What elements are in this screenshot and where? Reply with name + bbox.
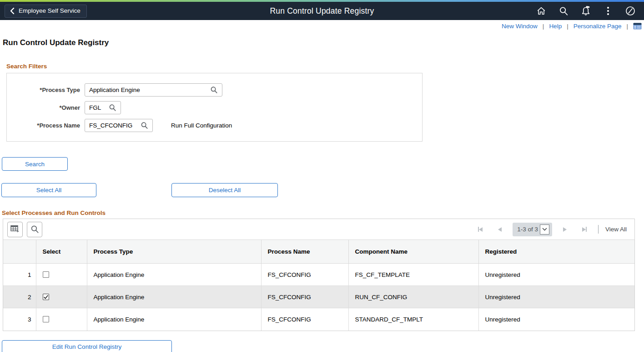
row-number: 2 <box>3 286 36 308</box>
col-header-rownum <box>3 240 36 264</box>
grid-pagination: 1-3 of 3 View All <box>475 223 630 236</box>
row-select-checkbox[interactable] <box>43 271 49 278</box>
link-separator: | <box>567 23 569 30</box>
process-name-input[interactable]: FS_CFCONFIG <box>85 119 153 132</box>
layout-grid-icon[interactable] <box>633 23 642 30</box>
page-range-label: 1-3 of 3 <box>517 226 538 233</box>
search-filters-section: Search Filters *Process Type Application… <box>6 63 644 142</box>
process-description: Run Full Configuration <box>171 122 232 129</box>
deselect-all-button[interactable]: Deselect All <box>171 183 278 197</box>
navbar-icon[interactable] <box>619 2 641 20</box>
process-table-body: 1Application EngineFS_CFCONFIGFS_CF_TEMP… <box>3 264 634 331</box>
cell-process-name: FS_CFCONFIG <box>261 308 348 331</box>
search-filters-heading: Search Filters <box>6 63 644 70</box>
col-header-component-name: Component Name <box>348 240 478 264</box>
personalize-grid-icon[interactable] <box>7 222 23 237</box>
row-select-cell <box>36 286 87 308</box>
owner-value: FGL <box>89 104 101 111</box>
processes-grid-section: Select Processes and Run Controls <box>2 209 644 331</box>
col-header-select: Select <box>36 240 87 264</box>
page-title: Run Control Update Registry <box>3 38 644 47</box>
filter-row-process-name: *Process Name FS_CFCONFIG Run Full Confi… <box>7 119 422 132</box>
last-page-icon[interactable] <box>579 227 589 232</box>
link-separator: | <box>543 23 544 30</box>
processes-grid-heading: Select Processes and Run Controls <box>2 209 644 216</box>
cell-component-name: FS_CF_TEMPLATE <box>348 264 478 286</box>
cell-component-name: STANDARD_CF_TMPLT <box>348 308 478 331</box>
search-icon[interactable] <box>552 2 574 20</box>
col-header-process-name: Process Name <box>261 240 348 264</box>
link-separator: | <box>626 23 628 30</box>
search-button[interactable]: Search <box>2 157 68 171</box>
filter-row-process-type: *Process Type Application Engine <box>7 83 422 97</box>
grid-search-icon[interactable] <box>27 222 42 237</box>
personalize-page-link[interactable]: Personalize Page <box>574 23 622 30</box>
owner-lookup-icon[interactable] <box>105 104 116 112</box>
page-range-dropdown[interactable] <box>540 224 549 235</box>
utility-links-row: New Window | Help | Personalize Page | <box>0 20 644 32</box>
process-type-label: *Process Type <box>7 87 80 93</box>
edit-run-control-registry-button[interactable]: Edit Run Control Registry <box>2 340 172 352</box>
filter-row-owner: *Owner FGL <box>7 101 422 114</box>
cell-registered: Unregistered <box>478 308 634 331</box>
actions-menu-icon[interactable] <box>597 2 619 20</box>
process-name-lookup-icon[interactable] <box>137 122 148 129</box>
cell-process-type: Application Engine <box>87 308 261 331</box>
cell-registered: Unregistered <box>478 264 634 286</box>
process-table: Select Process Type Process Name Compone… <box>3 240 634 331</box>
notifications-icon[interactable] <box>574 2 597 20</box>
row-select-cell <box>36 308 87 331</box>
back-button[interactable]: Employee Self Service <box>5 5 87 18</box>
select-all-button[interactable]: Select All <box>1 183 96 197</box>
table-row: 1Application EngineFS_CFCONFIGFS_CF_TEMP… <box>3 264 634 286</box>
cell-component-name: RUN_CF_CONFIG <box>348 286 478 308</box>
process-name-value: FS_CFCONFIG <box>89 122 132 129</box>
cell-registered: Unregistered <box>478 286 634 308</box>
row-select-cell <box>36 264 87 286</box>
table-row: 2Application EngineFS_CFCONFIGRUN_CF_CON… <box>3 286 634 308</box>
view-all-link[interactable]: View All <box>605 226 627 233</box>
new-window-link[interactable]: New Window <box>502 23 538 30</box>
pagination-divider <box>598 225 599 234</box>
process-name-label: *Process Name <box>7 122 80 129</box>
app-header: Employee Self Service Run Control Update… <box>0 2 644 20</box>
page-range-pill: 1-3 of 3 <box>513 223 552 236</box>
owner-label: *Owner <box>7 104 80 111</box>
row-select-checkbox[interactable] <box>43 294 49 300</box>
cell-process-type: Application Engine <box>87 264 261 286</box>
table-header-row: Select Process Type Process Name Compone… <box>3 240 634 264</box>
cell-process-name: FS_CFCONFIG <box>261 286 348 308</box>
col-header-registered: Registered <box>478 240 634 264</box>
row-number: 3 <box>3 308 36 331</box>
grid-toolbar: 1-3 of 3 View All <box>3 219 634 240</box>
select-buttons-row: Select All Deselect All <box>0 183 644 197</box>
back-button-label: Employee Self Service <box>19 7 80 14</box>
previous-page-icon[interactable] <box>495 227 504 232</box>
home-icon[interactable] <box>530 2 552 20</box>
first-page-icon[interactable] <box>475 227 485 232</box>
col-header-process-type: Process Type <box>87 240 261 264</box>
process-type-lookup-icon[interactable] <box>206 86 218 94</box>
next-page-icon[interactable] <box>560 227 569 232</box>
process-type-value: Application Engine <box>89 87 140 93</box>
header-icons <box>530 2 641 20</box>
row-select-checkbox[interactable] <box>43 316 49 322</box>
row-number: 1 <box>3 264 36 286</box>
processes-grid: 1-3 of 3 View All Select <box>3 219 635 331</box>
help-link[interactable]: Help <box>549 23 562 30</box>
cell-process-name: FS_CFCONFIG <box>261 264 348 286</box>
chevron-left-icon <box>10 7 15 15</box>
table-row: 3Application EngineFS_CFCONFIGSTANDARD_C… <box>3 308 634 331</box>
cell-process-type: Application Engine <box>87 286 261 308</box>
process-type-input[interactable]: Application Engine <box>85 83 222 97</box>
search-filters-box: *Process Type Application Engine *Owner … <box>6 73 423 142</box>
owner-input[interactable]: FGL <box>85 101 121 114</box>
